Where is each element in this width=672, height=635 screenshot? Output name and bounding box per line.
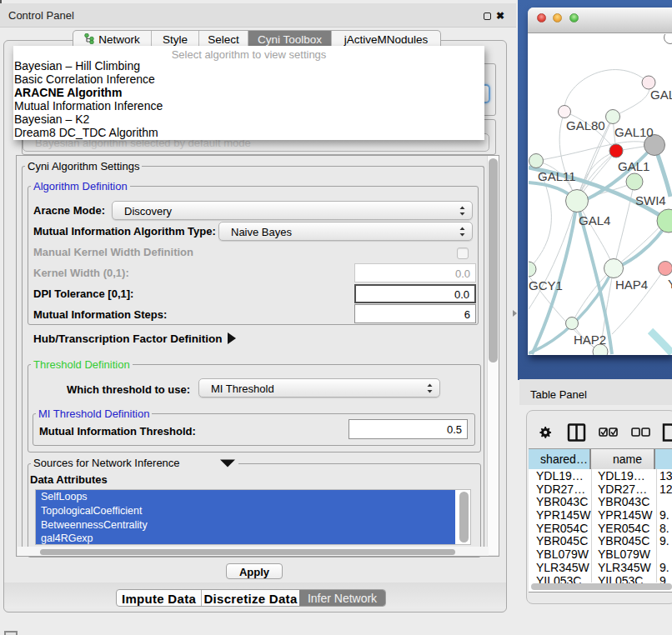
- svg-text:GAL80: GAL80: [566, 118, 605, 132]
- svg-text:SWI4: SWI4: [635, 193, 666, 208]
- svg-text:GAL: GAL: [650, 88, 672, 102]
- svg-text:GCY1: GCY1: [529, 278, 563, 292]
- svg-text:GAL10: GAL10: [614, 125, 654, 139]
- svg-text:GAL1: GAL1: [618, 159, 649, 173]
- svg-text:GAL11: GAL11: [538, 169, 576, 183]
- svg-text:Y: Y: [668, 277, 672, 291]
- svg-text:GAL4: GAL4: [579, 213, 610, 228]
- svg-text:HAP4: HAP4: [615, 278, 648, 292]
- svg-text:HAP2: HAP2: [574, 332, 606, 347]
